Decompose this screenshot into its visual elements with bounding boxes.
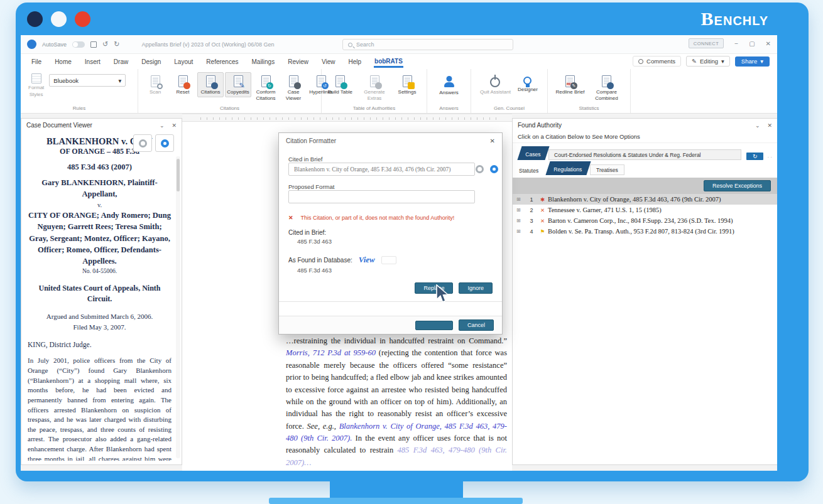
scan-button[interactable]: Scan [142, 72, 168, 97]
expand-icon[interactable]: ⊞ [516, 218, 526, 223]
tab-mailings[interactable]: Mailings [251, 56, 275, 68]
authority-citation[interactable]: Bolden v. Se. Pa. Transp. Auth., 953 F.2… [548, 228, 734, 235]
expand-icon[interactable]: ⊞ [516, 228, 526, 234]
authority-citation[interactable]: Tennessee v. Garner, 471 U.S. 1, 15 (198… [548, 206, 662, 213]
collapse-icon[interactable]: ⌄ [160, 122, 165, 129]
status-error-icon: ✕ [537, 218, 548, 224]
tab-help[interactable]: Help [347, 56, 362, 68]
ribbon-tab-strip: File Home Insert Draw Design Layout Refe… [21, 54, 777, 69]
tab-design[interactable]: Design [141, 56, 161, 68]
case-viewer-scrollbar[interactable] [176, 156, 180, 458]
settings-button[interactable]: Settings [394, 72, 420, 97]
close-icon[interactable]: ✕ [490, 137, 495, 144]
citation-link-morris[interactable]: Morris, 712 P.3d at 959-60 [286, 348, 376, 357]
citation-formatter-dialog: Citation Formatter ✕ Cited in Brief Prop… [278, 132, 503, 335]
apply-button[interactable] [415, 321, 453, 330]
reset-button[interactable]: Reset [170, 72, 196, 97]
designer-button[interactable]: Designer [515, 72, 541, 95]
tab-other-authorities[interactable]: Court-Endorsed Resolutions & Statutes Un… [548, 149, 741, 160]
ribbon-group-toa: Build Table Generate Extras Settings Tab… [322, 69, 427, 113]
citations-button[interactable]: Citations [197, 72, 224, 97]
comments-button[interactable]: Comments [633, 56, 681, 67]
tab-cases[interactable]: Cases [517, 146, 549, 160]
maximize-icon[interactable]: ▢ [749, 40, 755, 47]
compare-combined-button[interactable]: Compare Combined [588, 72, 624, 103]
authority-row[interactable]: ⊞ 2 ✕ Tennessee v. Garner, 471 U.S. 1, 1… [513, 205, 777, 215]
case-viewer-button[interactable]: Case Viewer [280, 72, 307, 103]
rules-dropdown[interactable]: Bluebook ▾ [49, 74, 126, 87]
traffic-dot-red[interactable] [75, 11, 90, 27]
redline-brief-button[interactable]: RED ✎ Redline Brief [553, 72, 587, 97]
case-citation: 485 F.3d 463 (2007) [28, 163, 172, 172]
view-link[interactable]: View [359, 255, 375, 265]
proposed-format-input[interactable] [293, 193, 471, 201]
cancel-button[interactable]: Cancel [459, 319, 494, 331]
expand-icon[interactable]: ⊞ [516, 196, 526, 202]
tab-view[interactable]: View [321, 56, 336, 68]
authority-toolbar: Resolve Exceptions [513, 178, 777, 194]
tab-addin-active[interactable]: bobRATS [374, 55, 403, 68]
quit-assistant-button[interactable]: Quit Assistant [477, 72, 513, 97]
party-appellees: CITY OF ORANGE; Andy Romero; Dung Nguyen… [28, 210, 172, 267]
view-toggle-off[interactable] [133, 134, 152, 152]
generate-extras-button[interactable]: Generate Extras [356, 72, 393, 103]
monitor-base [269, 498, 523, 504]
dialog-view-toggles [476, 165, 498, 173]
tab-references[interactable]: References [205, 56, 239, 68]
traffic-dot-navy[interactable] [27, 11, 43, 27]
format-styles-button[interactable]: Format Styles [25, 72, 48, 99]
case-viewer-header: Case Document Viewer ⌄ ✕ [21, 119, 182, 132]
close-icon[interactable]: ✕ [172, 122, 177, 129]
undo-icon[interactable]: ↺ [102, 41, 108, 48]
conform-citations-button[interactable]: ↻ Conform Citations [253, 72, 279, 103]
tab-regulations[interactable]: Regulations [546, 161, 591, 175]
authority-row[interactable]: ⊞ 3 ✕ Barton v. Cameron Corp., Inc., 804… [513, 215, 777, 226]
view-toggle-on[interactable] [155, 134, 174, 152]
view-toggle-off[interactable] [476, 165, 484, 173]
redo-icon[interactable]: ↻ [114, 41, 119, 48]
cited-in-brief-input[interactable] [293, 166, 471, 173]
cited-in-brief-summary-value: 485 F.3d 463 [297, 238, 493, 245]
cited-in-brief-field[interactable] [288, 163, 475, 176]
tab-statutes[interactable]: Statutes [515, 166, 542, 175]
tab-treatises[interactable]: Treatises [590, 164, 624, 175]
close-icon[interactable]: ✕ [767, 122, 772, 129]
brief-paragraph[interactable]: …restraining the individual in handcuffe… [286, 335, 507, 469]
traffic-dot-white[interactable] [51, 11, 67, 27]
collapse-icon[interactable]: ⌄ [755, 122, 760, 129]
search-input[interactable]: Search [342, 39, 513, 50]
tab-layout[interactable]: Layout [173, 56, 193, 68]
connect-chip[interactable]: CONNECT [689, 38, 724, 48]
authority-row[interactable]: ⊞ 4 ⚑ Bolden v. Se. Pa. Transp. Auth., 9… [513, 226, 777, 237]
authority-tabs-row-1: Cases Court-Endorsed Resolutions & Statu… [513, 146, 777, 160]
answers-button[interactable]: Answers [436, 72, 462, 98]
scan-icon [151, 75, 160, 87]
overflow-dots[interactable]: · · [767, 154, 772, 160]
panel-refresh-button[interactable]: ↻ [746, 153, 764, 160]
editing-button[interactable]: ✎ Editing ▾ [686, 56, 730, 67]
build-table-button[interactable]: Build Table [325, 72, 355, 97]
window-controls: CONNECT − ▢ ✕ [689, 38, 771, 48]
tab-draw[interactable]: Draw [113, 56, 129, 68]
close-icon[interactable]: ✕ [766, 40, 771, 47]
monitor-header: BENCHLY [16, 3, 809, 35]
autosave-toggle[interactable] [72, 41, 85, 48]
expand-icon[interactable]: ⊞ [516, 207, 526, 213]
tab-home[interactable]: Home [54, 56, 72, 68]
view-toggle-on[interactable] [490, 165, 498, 173]
tab-insert[interactable]: Insert [84, 56, 101, 68]
tab-file[interactable]: File [31, 56, 42, 68]
authority-citation[interactable]: Barton v. Cameron Corp., Inc., 804 F.Sup… [548, 217, 733, 224]
tab-review[interactable]: Review [287, 56, 309, 68]
minimize-icon[interactable]: − [734, 40, 738, 47]
ruler [182, 114, 512, 122]
authority-row[interactable]: ⊞ 1 ✱ Blankenhorn v. City of Orange, 485… [513, 194, 777, 205]
save-icon[interactable] [90, 41, 97, 48]
resolve-exceptions-button[interactable]: Resolve Exceptions [704, 180, 771, 191]
copyedits-button[interactable]: ✎ Copyedits [225, 72, 251, 97]
proposed-format-field[interactable] [288, 190, 475, 203]
monitor-frame: BENCHLY AutoSave ↺ ↻ Appellants Brief (v… [16, 3, 809, 481]
ignore-button[interactable]: Ignore [459, 282, 493, 294]
authority-citation[interactable]: Blankenhorn v. City of Orange, 485 F.3d … [548, 196, 721, 203]
share-button[interactable]: Share ▾ [735, 56, 770, 67]
